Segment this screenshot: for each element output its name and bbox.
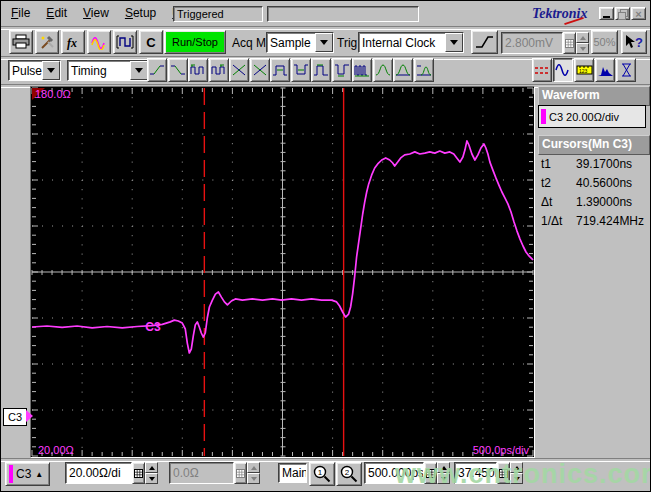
frequency-icon [210, 63, 228, 78]
vertical-offset-value: 0.0Ω [173, 466, 199, 480]
falling-crossing-icon [251, 63, 269, 78]
measure-fall-time-button[interactable] [168, 58, 188, 82]
spin-up-icon[interactable] [510, 462, 523, 473]
rising-slope-icon [474, 34, 495, 50]
formula-button[interactable]: fx [61, 30, 85, 54]
measure-falling-crossing-button[interactable] [250, 58, 270, 82]
svg-text:2: 2 [344, 468, 349, 477]
spin-down-icon [247, 473, 260, 484]
cursor-t1-value: 39.1700ns [576, 157, 632, 171]
channel-color-swatch [9, 465, 13, 483]
horizontal-position-keypad-button[interactable] [497, 462, 510, 484]
fifty-percent-label: 50% [593, 36, 615, 48]
pulse-select-button[interactable] [113, 30, 137, 54]
negative-duty-icon [333, 63, 351, 78]
print-button[interactable] [9, 30, 33, 54]
trig-label: Trig [337, 36, 357, 50]
measure-period-button[interactable] [188, 58, 208, 82]
vertical-scale-keypad-button[interactable] [132, 462, 145, 484]
measurement-readout-button[interactable]: 123 [574, 58, 594, 82]
pulse-type-select[interactable]: Pulse [8, 60, 61, 81]
measure-positive-overshoot-button[interactable] [373, 58, 393, 82]
zoom-2-button[interactable]: 2 [336, 462, 362, 486]
spin-down-icon[interactable] [510, 473, 523, 484]
tools-button[interactable] [35, 30, 59, 54]
trig-slope-button[interactable] [471, 30, 498, 54]
chevron-down-icon[interactable] [130, 61, 148, 80]
waveform-display-button[interactable] [553, 58, 573, 82]
acq-mode-select[interactable]: Sample [266, 32, 334, 53]
waveform-colors-icon [90, 34, 108, 50]
vertical-top-label: 180.0Ω [35, 88, 71, 100]
trig-source-select[interactable]: Internal Clock [358, 32, 464, 53]
measure-negative-duty-button[interactable] [332, 58, 352, 82]
waveform-panel-header: Waveform [538, 86, 650, 106]
run-stop-button[interactable]: Run/Stop [164, 30, 226, 54]
formula-fx-icon: fx [64, 34, 82, 50]
horizontal-position-input[interactable]: 37.450n [454, 462, 497, 484]
printer-icon [11, 34, 31, 50]
cursors-button[interactable] [532, 58, 552, 82]
restore-button[interactable] [615, 7, 630, 20]
histogram-button[interactable] [595, 58, 615, 82]
help-pointer-button[interactable]: ? [621, 30, 647, 54]
svg-text:123: 123 [579, 68, 588, 74]
minimize-icon [603, 16, 610, 18]
trig-level-value: 2.800mV [505, 36, 553, 50]
spin-up-icon[interactable] [437, 462, 450, 473]
pulse-type-value: Pulse [12, 64, 42, 78]
vertical-scale-spinner[interactable] [145, 462, 158, 484]
horizontal-position-spinner[interactable] [510, 462, 523, 484]
negative-width-icon [292, 63, 310, 78]
menu-view[interactable]: View [75, 3, 117, 22]
horizontal-position-value: 37.450n [458, 466, 497, 480]
measure-negative-width-button[interactable] [291, 58, 311, 82]
mask-test-button[interactable] [616, 58, 636, 82]
spin-down-icon[interactable] [145, 473, 158, 484]
vertical-offset-spinner [247, 462, 260, 484]
timing-mode-value: Timing [71, 64, 107, 78]
waveform-item-label: C3 20.00Ω/div [549, 111, 619, 123]
waveform-colors-button[interactable] [87, 30, 111, 54]
histogram-icon [597, 63, 614, 77]
vertical-scale-input[interactable]: 20.00Ω/di [65, 462, 132, 484]
timebase-per-div-label: 500.0ps/div [473, 444, 529, 456]
menu-edit[interactable]: Edit [38, 3, 75, 22]
measure-positive-width-button[interactable] [270, 58, 290, 82]
ruler-icon: 123 [576, 63, 593, 77]
trig-source-value: Internal Clock [362, 36, 435, 50]
waveform-list-item[interactable]: C3 20.00Ω/div [538, 105, 646, 128]
measure-peak-amplitude-button[interactable] [393, 58, 413, 82]
menu-setup[interactable]: Setup [117, 3, 164, 22]
clear-button[interactable]: C [139, 30, 163, 54]
spin-down-icon[interactable] [437, 473, 450, 484]
timing-mode-select[interactable]: Timing [67, 60, 149, 81]
channel-c3-marker[interactable]: C3 [3, 408, 27, 426]
minimize-button[interactable] [599, 7, 614, 20]
chevron-down-icon[interactable] [445, 33, 463, 52]
chevron-down-icon[interactable] [315, 33, 333, 52]
measure-frequency-button[interactable] [209, 58, 229, 82]
close-button[interactable]: × [631, 7, 646, 20]
restore-icon [618, 9, 627, 18]
measure-rising-crossing-button[interactable] [229, 58, 249, 82]
magnifier-2-icon: 2 [340, 465, 359, 483]
measure-rise-time-button[interactable] [147, 58, 167, 82]
period-icon [189, 63, 207, 78]
spin-up-icon[interactable] [145, 462, 158, 473]
chevron-down-icon[interactable] [42, 61, 60, 80]
help-pointer-icon: ? [624, 34, 644, 50]
positive-overshoot-icon [374, 63, 392, 78]
measure-burst-width-button[interactable] [352, 58, 372, 82]
horizontal-scale-spinner[interactable] [437, 462, 450, 484]
horizontal-scale-keypad-button[interactable] [424, 462, 437, 484]
measure-positive-duty-button[interactable] [311, 58, 331, 82]
horizontal-scale-input[interactable]: 500.000ps [364, 462, 424, 484]
channel-select-button[interactable]: C3 ▲ [5, 462, 50, 486]
zoom-1-button[interactable]: 1 [309, 462, 335, 486]
menu-file[interactable]: File [3, 3, 38, 22]
vertical-bottom-label: 20.00Ω [38, 444, 74, 456]
keypad-icon [236, 469, 245, 478]
graticule-area: C3 180.0Ω 20.00Ω 500.0ps/div [30, 86, 535, 458]
measure-base-amplitude-button[interactable] [414, 58, 434, 82]
